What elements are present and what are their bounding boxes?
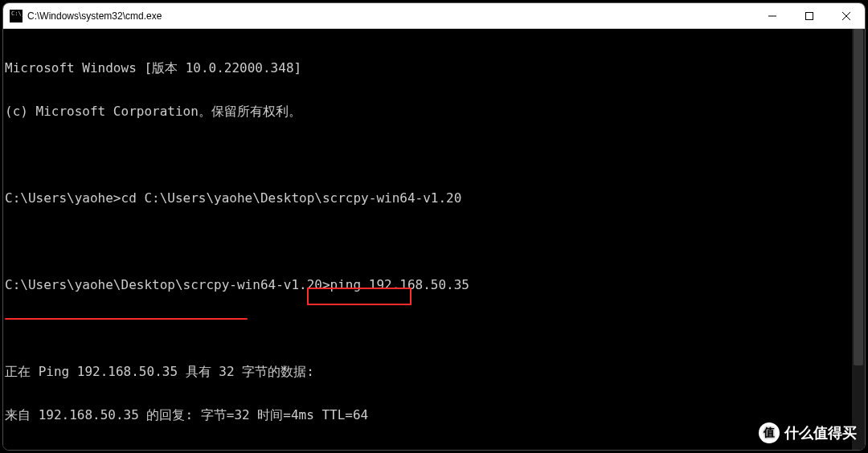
- terminal-line: 正在 Ping 192.168.50.35 具有 32 字节的数据:: [5, 365, 863, 379]
- cmd-icon: [10, 10, 23, 22]
- titlebar[interactable]: C:\Windows\system32\cmd.exe: [3, 3, 865, 29]
- vertical-scrollbar[interactable]: [852, 29, 865, 450]
- close-icon: [842, 12, 850, 20]
- terminal-line: (c) Microsoft Corporation。保留所有权利。: [5, 104, 863, 119]
- maximize-button[interactable]: [791, 3, 828, 29]
- svg-rect-1: [806, 12, 813, 19]
- cmd-window: C:\Windows\system32\cmd.exe Microsoft Wi…: [2, 2, 866, 451]
- watermark: 值 什么值得买: [759, 422, 857, 443]
- watermark-badge: 值: [759, 422, 780, 443]
- highlight-underline: [5, 318, 248, 320]
- terminal-line: [5, 148, 863, 162]
- window-title: C:\Windows\system32\cmd.exe: [27, 10, 162, 22]
- minimize-icon: [768, 12, 776, 20]
- watermark-text: 什么值得买: [784, 423, 857, 443]
- terminal-line: 来自 192.168.50.35 的回复: 字节=32 时间=4ms TTL=6…: [5, 408, 863, 422]
- terminal-line: C:\Users\yaohe>cd C:\Users\yaohe\Desktop…: [5, 191, 863, 206]
- terminal-line: C:\Users\yaohe\Desktop\scrcpy-win64-v1.2…: [5, 278, 863, 292]
- close-button[interactable]: [828, 3, 865, 29]
- terminal-area[interactable]: Microsoft Windows [版本 10.0.22000.348] (c…: [3, 29, 865, 450]
- terminal-line: [5, 321, 863, 336]
- minimize-button[interactable]: [754, 3, 791, 29]
- terminal-line: [5, 235, 863, 249]
- scrollbar-thumb[interactable]: [854, 29, 863, 365]
- maximize-icon: [805, 12, 813, 20]
- terminal-line: Microsoft Windows [版本 10.0.22000.348]: [5, 61, 863, 76]
